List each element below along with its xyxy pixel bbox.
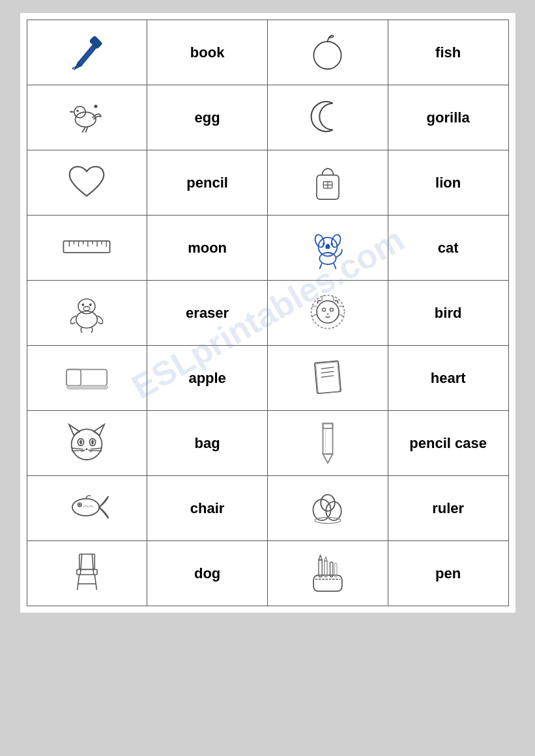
word-cell-pen: pen — [388, 541, 508, 606]
table-row: egg gorilla — [27, 85, 508, 150]
svg-line-60 — [72, 450, 83, 451]
svg-marker-53 — [94, 425, 104, 435]
svg-point-27 — [319, 253, 336, 264]
svg-rect-46 — [315, 361, 341, 393]
word-cell-fish: fish — [388, 20, 508, 85]
svg-rect-65 — [323, 423, 332, 428]
svg-point-67 — [72, 498, 99, 515]
svg-line-62 — [91, 450, 102, 451]
icon-cell-book — [268, 346, 388, 411]
pencil-icon — [315, 417, 341, 466]
table-row: dog — [27, 541, 508, 606]
svg-point-30 — [326, 244, 329, 247]
svg-point-35 — [82, 303, 85, 306]
eggs-icon — [304, 486, 351, 528]
word-cell-apple: apple — [147, 346, 268, 411]
word-cell-pencil: pencil — [147, 150, 268, 216]
cat-icon — [63, 419, 110, 466]
heart-icon — [64, 159, 109, 204]
svg-line-48 — [321, 367, 334, 369]
svg-marker-64 — [323, 454, 332, 463]
svg-rect-75 — [77, 570, 97, 575]
lion-icon — [306, 290, 350, 334]
svg-line-50 — [321, 376, 334, 377]
icon-cell-fish — [27, 476, 147, 541]
svg-rect-45 — [66, 369, 81, 385]
svg-rect-85 — [325, 561, 327, 577]
icon-cell-pencil-case — [268, 541, 388, 606]
icon-cell-ruler — [27, 216, 147, 281]
icon-cell-cat — [27, 411, 147, 476]
icon-cell-eggs — [268, 476, 388, 541]
word-cell-book: book — [147, 20, 268, 85]
table-row: pencil lion — [27, 150, 508, 216]
svg-line-61 — [91, 448, 102, 449]
svg-line-79 — [80, 554, 81, 574]
svg-point-42 — [322, 308, 325, 311]
icon-cell-heart — [27, 150, 147, 216]
word-cell-eraser: eraser — [147, 281, 268, 346]
icon-cell-pen — [27, 20, 147, 85]
icon-cell-chair — [27, 541, 147, 606]
svg-point-38 — [85, 307, 87, 308]
pen-icon — [64, 29, 109, 74]
svg-point-32 — [330, 242, 333, 245]
moon-icon — [306, 94, 349, 139]
icon-cell-eraser — [27, 346, 147, 411]
svg-line-76 — [77, 574, 79, 590]
vocabulary-table: book fish — [27, 20, 509, 606]
table-row: chair ruler — [27, 476, 508, 541]
svg-point-4 — [314, 42, 341, 69]
svg-line-80 — [92, 554, 93, 574]
svg-point-69 — [79, 503, 81, 505]
svg-rect-13 — [64, 241, 110, 253]
icon-cell-bag — [268, 150, 388, 216]
svg-point-37 — [84, 306, 91, 311]
word-cell-bird: bird — [388, 281, 508, 346]
svg-point-26 — [330, 233, 342, 248]
svg-line-77 — [94, 574, 96, 590]
bag-icon — [306, 160, 350, 204]
icon-cell-pencil — [268, 411, 388, 476]
icon-cell-moon — [268, 85, 388, 150]
svg-marker-86 — [325, 557, 327, 561]
table-row: eraser — [27, 281, 508, 346]
dog-icon — [304, 223, 351, 270]
svg-marker-1 — [78, 46, 95, 66]
svg-rect-83 — [319, 559, 322, 576]
word-cell-pencil-case: pencil case — [388, 411, 508, 476]
word-cell-moon: moon — [147, 216, 268, 281]
word-cell-gorilla: gorilla — [388, 85, 508, 150]
svg-line-59 — [72, 448, 83, 449]
svg-rect-81 — [313, 575, 342, 591]
eraser-icon — [61, 362, 113, 391]
svg-line-29 — [334, 263, 336, 269]
svg-point-41 — [317, 301, 339, 323]
icon-cell-bird — [27, 85, 147, 150]
icon-cell-dog — [268, 216, 388, 281]
icon-cell-lion — [268, 281, 388, 346]
svg-marker-58 — [85, 448, 89, 450]
svg-line-49 — [321, 371, 334, 372]
bird-icon — [64, 94, 109, 139]
pencil-case-icon — [305, 550, 351, 595]
svg-point-8 — [94, 104, 98, 107]
chair-icon — [69, 548, 105, 596]
word-cell-cat: cat — [388, 216, 508, 281]
table-row: apple heart — [27, 346, 508, 411]
table-row: bag pencil case — [27, 411, 508, 476]
table-row: book fish — [27, 20, 508, 85]
gorilla-icon — [64, 290, 109, 333]
ruler-icon — [61, 231, 113, 263]
svg-rect-47 — [316, 362, 340, 393]
svg-point-31 — [323, 242, 325, 245]
svg-point-7 — [77, 109, 80, 112]
word-cell-lion: lion — [388, 150, 508, 216]
svg-marker-84 — [319, 555, 322, 559]
word-cell-egg: egg — [147, 85, 268, 150]
svg-point-36 — [89, 303, 92, 306]
main-page: ESLprintables.com — [20, 13, 515, 613]
icon-cell-gorilla — [27, 281, 147, 346]
svg-line-28 — [319, 263, 322, 269]
word-cell-chair: chair — [147, 476, 268, 541]
